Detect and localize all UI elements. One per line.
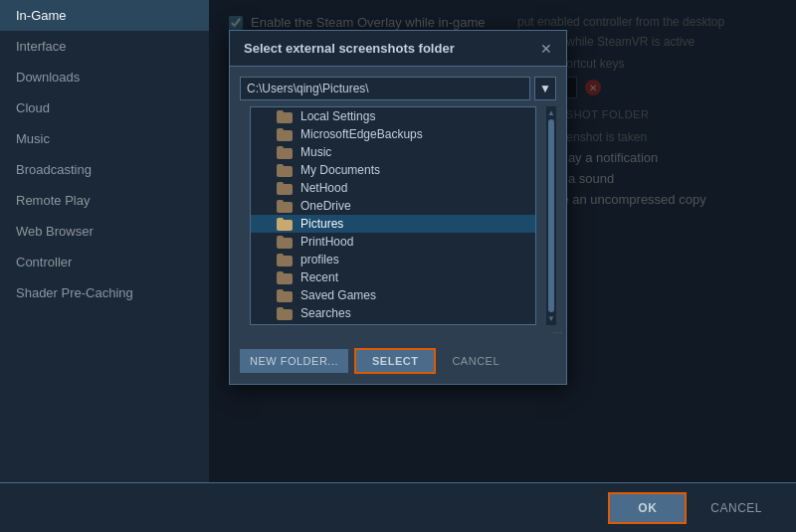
tree-item-label: Music: [300, 145, 331, 159]
tree-item[interactable]: OneDrive: [251, 197, 535, 215]
modal-footer: NEW FOLDER... SELECT CANCEL: [230, 338, 566, 384]
modal-tree[interactable]: Local Settings MicrosoftEdgeBackups Musi…: [250, 106, 536, 325]
modal-header: Select external screenshots folder ✕: [230, 31, 566, 67]
sidebar-item-cloud[interactable]: Cloud: [0, 92, 209, 123]
folder-icon: [277, 218, 293, 231]
tree-item[interactable]: profiles: [251, 251, 535, 268]
modal-backdrop: Select external screenshots folder ✕ ▼ L…: [209, 0, 796, 482]
scroll-thumb[interactable]: [548, 119, 554, 312]
folder-icon: [277, 307, 293, 320]
tree-item[interactable]: MicrosoftEdgeBackups: [251, 125, 535, 143]
scroll-down-icon[interactable]: ▼: [547, 314, 555, 323]
sidebar-item-web-browser[interactable]: Web Browser: [0, 216, 209, 247]
scroll-up-icon[interactable]: ▲: [547, 108, 555, 117]
bottom-bar: OK CANCEL: [0, 482, 796, 532]
folder-icon: [277, 164, 293, 177]
sidebar-item-controller[interactable]: Controller: [0, 247, 209, 277]
tree-item-label: PrintHood: [300, 235, 353, 249]
modal-path-input[interactable]: [240, 77, 530, 100]
tree-item-label: Saved Games: [300, 288, 376, 302]
modal-close-button[interactable]: ✕: [540, 42, 552, 56]
sidebar-item-interface[interactable]: Interface: [0, 31, 209, 62]
main-content: Enable the Steam Overlay while in-game p…: [209, 0, 796, 482]
modal-title: Select external screenshots folder: [244, 41, 455, 56]
sidebar-item-remote-play[interactable]: Remote Play: [0, 185, 209, 216]
modal-path-dropdown[interactable]: ▼: [534, 77, 556, 100]
tree-item-label: Pictures: [300, 217, 343, 231]
tree-item[interactable]: PrintHood: [251, 233, 535, 251]
modal-path-row: ▼: [230, 67, 566, 106]
tree-item[interactable]: Local Settings: [251, 107, 535, 125]
tree-container: Local Settings MicrosoftEdgeBackups Musi…: [240, 106, 556, 325]
sidebar-item-music[interactable]: Music: [0, 123, 209, 154]
sidebar-item-in-game[interactable]: In-Game: [0, 0, 209, 31]
tree-item-label: NetHood: [300, 181, 347, 195]
tree-item[interactable]: Pictures: [251, 215, 535, 233]
sidebar-item-broadcasting[interactable]: Broadcasting: [0, 154, 209, 185]
cancel-main-button[interactable]: CANCEL: [696, 494, 776, 522]
tree-item-label: Searches: [300, 306, 351, 320]
select-button[interactable]: SELECT: [354, 348, 436, 374]
tree-item-label: OneDrive: [300, 199, 351, 213]
tree-item-label: profiles: [300, 253, 339, 266]
sidebar-item-downloads[interactable]: Downloads: [0, 62, 209, 92]
folder-select-modal: Select external screenshots folder ✕ ▼ L…: [229, 30, 567, 385]
ok-button[interactable]: OK: [608, 492, 687, 524]
tree-item[interactable]: Searches: [251, 304, 535, 322]
tree-item[interactable]: Saved Games: [251, 286, 535, 304]
tree-item[interactable]: Recent: [251, 268, 535, 286]
tree-item-label: Recent: [300, 270, 338, 284]
folder-icon: [277, 110, 293, 123]
tree-item[interactable]: NetHood: [251, 179, 535, 197]
sidebar-item-shader-pre-caching[interactable]: Shader Pre-Caching: [0, 277, 209, 308]
folder-icon: [277, 236, 293, 249]
tree-item[interactable]: Music: [251, 143, 535, 161]
folder-icon: [277, 200, 293, 213]
folder-icon: [277, 271, 293, 284]
folder-icon: [277, 146, 293, 159]
modal-cancel-button[interactable]: CANCEL: [442, 349, 509, 373]
scrollbar[interactable]: ▲ ▼: [546, 106, 556, 325]
folder-icon: [277, 128, 293, 141]
resize-handle[interactable]: ⋯: [230, 325, 566, 338]
tree-item-label: My Documents: [300, 163, 380, 177]
tree-item-label: Local Settings: [300, 109, 375, 123]
folder-icon: [277, 289, 293, 302]
folder-icon: [277, 254, 293, 266]
tree-item-label: MicrosoftEdgeBackups: [300, 127, 423, 141]
new-folder-button[interactable]: NEW FOLDER...: [240, 349, 348, 373]
tree-item[interactable]: My Documents: [251, 161, 535, 179]
sidebar: In-Game Interface Downloads Cloud Music …: [0, 0, 209, 482]
folder-icon: [277, 182, 293, 195]
